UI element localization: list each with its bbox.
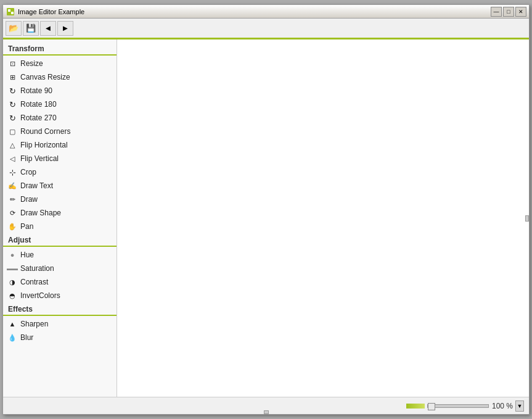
title-bar: Image Editor Example — □ ✕ xyxy=(3,5,529,19)
save-button[interactable]: 💾 xyxy=(23,21,39,36)
flip-horizontal-label: Flip Horizontal xyxy=(20,141,68,149)
minimize-button[interactable]: — xyxy=(491,7,502,17)
sidebar-item-draw-shape[interactable]: ⟳ Draw Shape xyxy=(3,206,117,220)
round-corners-label: Round Corners xyxy=(20,127,70,136)
section-adjust: Adjust xyxy=(3,233,117,247)
zoom-label: 100 % xyxy=(491,402,513,410)
saturation-icon: ▬▬ xyxy=(7,263,18,273)
draw-label: Draw xyxy=(20,195,38,204)
resize-icon: ⊡ xyxy=(7,59,18,68)
round-corners-icon: ▢ xyxy=(7,127,18,136)
main-window: Image Editor Example — □ ✕ 📂 💾 ◄ ► Trans… xyxy=(2,4,530,415)
sidebar-item-rotate-180[interactable]: ↻ Rotate 180 xyxy=(3,97,117,111)
undo-button[interactable]: ◄ xyxy=(40,21,56,36)
sidebar-item-flip-vertical[interactable]: ◁ Flip Vertical xyxy=(3,152,117,165)
section-effects: Effects xyxy=(3,302,117,316)
bottom-resize-handle[interactable] xyxy=(264,410,269,414)
canvas-resize-label: Canvas Resize xyxy=(20,73,70,81)
canvas-resize-icon: ⊞ xyxy=(7,72,18,82)
close-button[interactable]: ✕ xyxy=(515,7,526,17)
rotate-90-label: Rotate 90 xyxy=(20,86,52,95)
invert-colors-icon: ◓ xyxy=(7,291,18,301)
sidebar-item-blur[interactable]: 💧 Blur xyxy=(3,331,117,344)
sidebar-item-canvas-resize[interactable]: ⊞ Canvas Resize xyxy=(3,70,117,84)
sidebar-item-hue[interactable]: ● Hue xyxy=(3,248,117,262)
open-icon: 📂 xyxy=(9,23,18,33)
sidebar-item-contrast[interactable]: ◑ Contrast xyxy=(3,275,117,289)
rotate-180-label: Rotate 180 xyxy=(20,100,57,109)
zoom-slider[interactable] xyxy=(427,404,489,408)
sidebar-item-draw-text[interactable]: ✍ Draw Text xyxy=(3,179,117,193)
section-transform: Transform xyxy=(3,42,117,56)
sharpen-icon: ▲ xyxy=(7,319,18,329)
maximize-button[interactable]: □ xyxy=(503,7,514,17)
draw-icon: ✏ xyxy=(7,194,18,204)
zoom-color-indicator xyxy=(406,404,425,409)
save-icon: 💾 xyxy=(26,23,36,33)
svg-rect-1 xyxy=(8,9,10,12)
rotate-180-icon: ↻ xyxy=(7,99,18,109)
sidebar-item-crop[interactable]: ⊹ Crop xyxy=(3,165,117,179)
sidebar-item-invert-colors[interactable]: ◓ InvertColors xyxy=(3,289,117,302)
status-bar: 100 % ▼ xyxy=(3,397,529,414)
pan-label: Pan xyxy=(20,222,33,231)
redo-icon: ► xyxy=(62,23,70,33)
crop-icon: ⊹ xyxy=(7,167,18,177)
app-icon xyxy=(6,7,15,17)
crop-label: Crop xyxy=(20,168,36,176)
sidebar-item-saturation[interactable]: ▬▬ Saturation xyxy=(3,262,117,275)
sharpen-label: Sharpen xyxy=(20,320,48,328)
blur-icon: 💧 xyxy=(7,333,18,342)
contrast-label: Contrast xyxy=(20,278,48,286)
draw-text-icon: ✍ xyxy=(7,181,18,191)
sidebar-item-rotate-270[interactable]: ↻ Rotate 270 xyxy=(3,111,117,125)
flip-vertical-icon: ◁ xyxy=(7,154,18,164)
contrast-icon: ◑ xyxy=(7,277,18,287)
sidebar-item-pan[interactable]: ✋ Pan xyxy=(3,220,117,233)
toolbar: 📂 💾 ◄ ► xyxy=(3,19,529,39)
sidebar-item-sharpen[interactable]: ▲ Sharpen xyxy=(3,317,117,331)
window-title: Image Editor Example xyxy=(18,8,491,15)
window-controls: — □ ✕ xyxy=(491,7,526,17)
invert-colors-label: InvertColors xyxy=(20,291,60,300)
draw-shape-label: Draw Shape xyxy=(20,209,61,217)
sidebar: Transform ⊡ Resize ⊞ Canvas Resize ↻ Rot… xyxy=(3,39,117,397)
hue-label: Hue xyxy=(20,251,34,259)
hue-icon: ● xyxy=(7,250,18,260)
canvas-area[interactable] xyxy=(117,39,529,397)
flip-horizontal-icon: △ xyxy=(7,140,18,150)
redo-button[interactable]: ► xyxy=(57,21,73,36)
rotate-90-icon: ↻ xyxy=(7,86,18,96)
zoom-control: 100 % ▼ xyxy=(406,400,524,412)
rotate-270-icon: ↻ xyxy=(7,113,18,123)
draw-text-label: Draw Text xyxy=(20,181,53,190)
sidebar-item-flip-horizontal[interactable]: △ Flip Horizontal xyxy=(3,138,117,152)
sidebar-item-round-corners[interactable]: ▢ Round Corners xyxy=(3,125,117,138)
saturation-label: Saturation xyxy=(20,264,54,273)
zoom-slider-thumb[interactable] xyxy=(428,403,435,410)
sidebar-item-rotate-90[interactable]: ↻ Rotate 90 xyxy=(3,84,117,97)
flip-vertical-label: Flip Vertical xyxy=(20,154,59,163)
sidebar-item-resize[interactable]: ⊡ Resize xyxy=(3,57,117,70)
zoom-dropdown-button[interactable]: ▼ xyxy=(515,400,524,412)
right-resize-handle[interactable] xyxy=(525,215,529,222)
rotate-270-label: Rotate 270 xyxy=(20,114,57,122)
svg-rect-2 xyxy=(11,12,14,14)
draw-shape-icon: ⟳ xyxy=(7,208,18,218)
pan-icon: ✋ xyxy=(7,222,18,231)
main-content: Transform ⊡ Resize ⊞ Canvas Resize ↻ Rot… xyxy=(3,39,529,397)
blur-label: Blur xyxy=(20,333,33,342)
undo-icon: ◄ xyxy=(44,23,52,33)
open-button[interactable]: 📂 xyxy=(6,21,22,36)
resize-label: Resize xyxy=(20,59,43,68)
sidebar-item-draw[interactable]: ✏ Draw xyxy=(3,193,117,206)
